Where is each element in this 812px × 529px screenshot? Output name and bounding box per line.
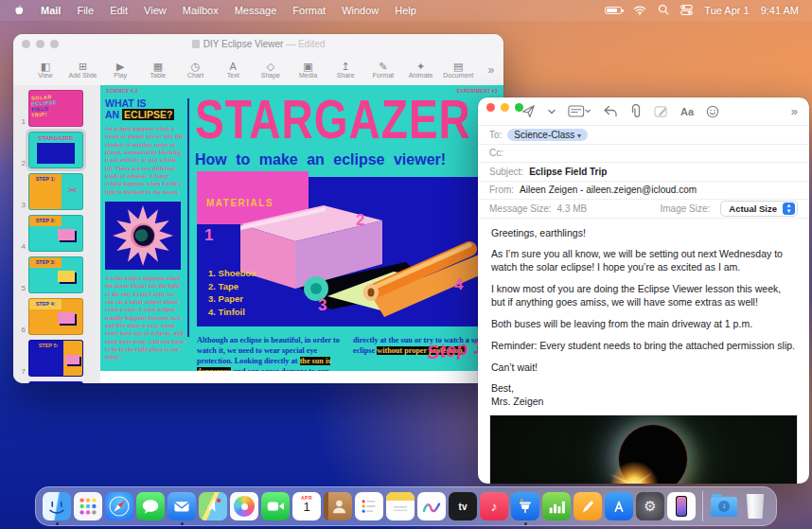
slide-thumbnail-1[interactable]: 1 SOLARECLIPSEFIELDTRIP! bbox=[15, 90, 97, 127]
slide-thumbnail-5[interactable]: 5 STEP 3: bbox=[15, 256, 97, 293]
wifi-icon[interactable] bbox=[633, 5, 646, 17]
dock-freeform-icon[interactable] bbox=[417, 492, 446, 520]
dock-settings-icon[interactable]: ⚙ bbox=[636, 492, 664, 520]
slide-divider bbox=[187, 98, 189, 337]
dock-iphone-mirroring-icon[interactable] bbox=[667, 492, 696, 520]
control-center-icon[interactable] bbox=[680, 5, 693, 17]
menu-mail[interactable]: Mail bbox=[41, 5, 61, 16]
dock-trash-icon[interactable] bbox=[741, 492, 769, 520]
zoom-button[interactable] bbox=[515, 103, 523, 112]
send-button[interactable] bbox=[521, 104, 536, 118]
mail-window-controls[interactable] bbox=[486, 103, 523, 112]
dock-notes-icon[interactable] bbox=[386, 492, 415, 520]
dock-facetime-icon[interactable] bbox=[261, 492, 290, 520]
slide-thumbnail-6[interactable]: 6 STEP 4: bbox=[15, 298, 97, 335]
battery-icon[interactable] bbox=[605, 7, 622, 14]
mail-toolbar-overflow[interactable]: » bbox=[791, 104, 798, 118]
markup-icon[interactable] bbox=[654, 105, 668, 118]
slide-thumbnail-4[interactable]: 4 STEP 2: bbox=[15, 215, 97, 252]
attachment-icon[interactable] bbox=[630, 104, 642, 118]
format-button[interactable]: Aa bbox=[680, 106, 694, 117]
dock-finder-icon[interactable] bbox=[43, 492, 71, 520]
dock-pages-icon[interactable] bbox=[574, 492, 602, 520]
menu-message[interactable]: Message bbox=[235, 5, 277, 16]
toolbar-media-button[interactable]: ▣Media bbox=[290, 61, 327, 79]
media-icon: ▣ bbox=[303, 61, 312, 72]
minimize-button[interactable] bbox=[501, 103, 509, 112]
eclipse-highlight: ECLIPSE? bbox=[122, 109, 174, 120]
dock-calendar-icon[interactable]: APR1 bbox=[292, 492, 321, 520]
toolbar-view-button[interactable]: ◧View bbox=[26, 61, 64, 79]
reply-icon[interactable] bbox=[603, 105, 618, 117]
dock-photos-icon[interactable] bbox=[230, 492, 258, 520]
format-icon: ✎ bbox=[379, 61, 387, 72]
slide-stargazer[interactable]: SCIENCE 4.2 EXPERIMENT #3 WHAT ISAN ECLI… bbox=[100, 85, 503, 371]
header-fields-button[interactable] bbox=[568, 105, 591, 117]
slide-thumbnail-2-selected[interactable]: 2 STARGAZER bbox=[15, 132, 97, 168]
toolbar-format-button[interactable]: ✎Format bbox=[364, 61, 402, 79]
close-button[interactable] bbox=[486, 103, 495, 112]
menu-mailbox[interactable]: Mailbox bbox=[183, 5, 219, 16]
slide-thumbnail-3[interactable]: 3 STEP 1:✂ bbox=[15, 173, 97, 210]
menu-view[interactable]: View bbox=[144, 5, 167, 16]
document-icon: ▤ bbox=[453, 61, 463, 72]
toolbar-document-button[interactable]: ▤Document bbox=[439, 61, 477, 79]
dock-messages-icon[interactable] bbox=[136, 492, 165, 520]
toolbar-shape-button[interactable]: ◇Shape bbox=[252, 61, 290, 79]
menu-edit[interactable]: Edit bbox=[110, 5, 128, 16]
text-icon: A bbox=[230, 61, 237, 72]
materials-box: MATERIALS bbox=[197, 177, 486, 326]
mail-toolbar[interactable]: Aa » bbox=[478, 97, 809, 126]
edited-label: — Edited bbox=[286, 39, 325, 49]
search-icon[interactable] bbox=[658, 4, 669, 17]
cc-field[interactable]: Cc: bbox=[478, 145, 809, 164]
dock-maps-icon[interactable] bbox=[199, 492, 227, 520]
message-body[interactable]: Greetings, earthlings! As I’m sure you a… bbox=[478, 219, 809, 414]
menu-time[interactable]: 9:41 AM bbox=[761, 5, 799, 16]
toolbar-chart-button[interactable]: ◷Chart bbox=[177, 61, 215, 79]
dock-keynote-icon[interactable] bbox=[511, 492, 539, 520]
add-slide-icon: ⊞ bbox=[79, 61, 87, 72]
dock-appstore-icon[interactable] bbox=[605, 492, 633, 520]
view-icon: ◧ bbox=[41, 61, 50, 72]
recipient-token[interactable]: Science-Class ▾ bbox=[507, 129, 588, 141]
toolbar-text-button[interactable]: AText bbox=[214, 61, 252, 79]
toolbar-share-button[interactable]: ↥Share bbox=[327, 61, 364, 79]
from-field[interactable]: From: Aileen Zeigen - aileen.zeigen@iclo… bbox=[478, 182, 809, 201]
dock-reminders-icon[interactable] bbox=[355, 492, 383, 520]
toolbar-overflow-button[interactable]: » bbox=[477, 63, 494, 77]
keynote-titlebar[interactable]: DIY Eclipse Viewer — Edited bbox=[13, 34, 503, 54]
menu-format[interactable]: Format bbox=[292, 5, 326, 16]
eclipse-paragraph-1: An eclipse happens when a moon or planet… bbox=[105, 125, 185, 196]
slide-thumbnail-8[interactable]: 8 DID YOU KNOW bbox=[15, 381, 97, 383]
toolbar-play-button[interactable]: ▶Play bbox=[101, 61, 139, 79]
toolbar-add-slide-button[interactable]: ⊞Add Slide bbox=[64, 61, 102, 79]
dock-music-icon[interactable]: ♪ bbox=[480, 492, 508, 520]
slide-canvas[interactable]: SCIENCE 4.2 EXPERIMENT #3 WHAT ISAN ECLI… bbox=[100, 85, 503, 383]
dock-safari-icon[interactable] bbox=[105, 492, 133, 520]
dock-separator bbox=[702, 491, 703, 521]
slide-thumbnail-7[interactable]: 7 STEP 5: bbox=[15, 340, 97, 377]
send-options-chevron-icon[interactable] bbox=[548, 109, 556, 115]
emoji-icon[interactable] bbox=[706, 105, 719, 118]
dock-mail-icon[interactable] bbox=[168, 492, 196, 520]
dock-downloads-icon[interactable]: ↓ bbox=[710, 492, 738, 520]
eclipse-photo-attachment[interactable] bbox=[489, 414, 798, 484]
dock-contacts-icon[interactable] bbox=[324, 492, 352, 520]
dropdown-stepper-icon: ▲▼ bbox=[783, 203, 795, 215]
toolbar-table-button[interactable]: ▦Table bbox=[139, 61, 177, 79]
menu-window[interactable]: Window bbox=[342, 5, 379, 16]
to-field[interactable]: To: Science-Class ▾ bbox=[478, 126, 809, 145]
menu-date[interactable]: Tue Apr 1 bbox=[704, 5, 749, 16]
dock-launchpad-icon[interactable] bbox=[74, 492, 102, 520]
menu-file[interactable]: File bbox=[77, 5, 94, 16]
subject-field[interactable]: Subject: Eclipse Field Trip bbox=[478, 163, 809, 182]
window-controls[interactable] bbox=[22, 40, 59, 48]
menu-help[interactable]: Help bbox=[395, 5, 416, 16]
toolbar-animate-button[interactable]: ✦Animate bbox=[402, 61, 440, 79]
image-size-dropdown[interactable]: Actual Size ▲▼ bbox=[720, 201, 798, 217]
apple-menu-icon[interactable] bbox=[13, 4, 25, 18]
slide-corner-left: SCIENCE 4.2 bbox=[106, 88, 138, 94]
dock-numbers-icon[interactable] bbox=[542, 492, 571, 520]
dock-tv-icon[interactable]: tv bbox=[449, 492, 477, 520]
